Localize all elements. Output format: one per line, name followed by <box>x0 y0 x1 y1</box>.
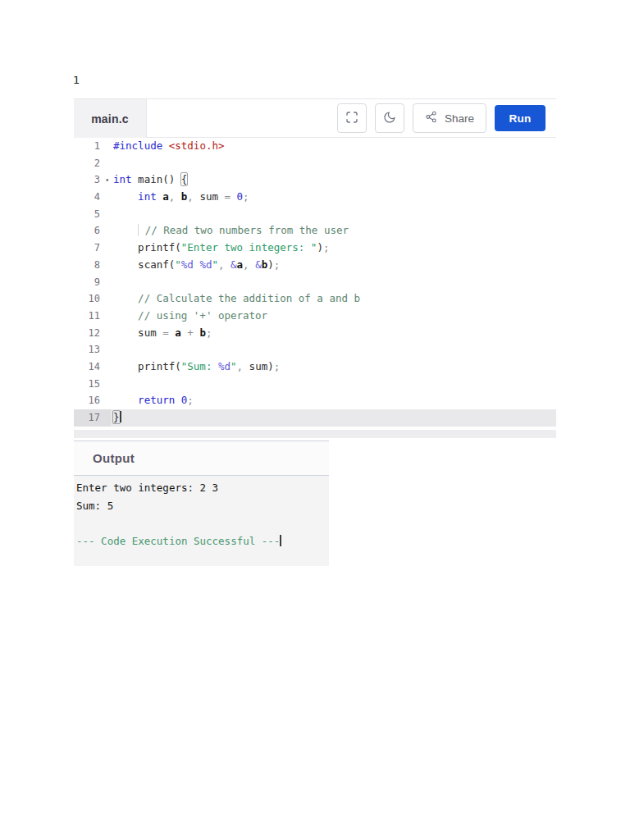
line-number: 15 <box>74 376 111 393</box>
code-line: 11 // using '+' operator <box>74 308 556 325</box>
ide-widget: main.c <box>74 98 556 438</box>
code-line-content: #include <stdio.h> <box>111 138 556 155</box>
code-line: 17} <box>74 409 556 427</box>
code-line-content <box>111 341 556 358</box>
code-line-content: int main() { <box>111 171 556 189</box>
execution-status-line: --- Code Execution Successful --- <box>76 532 326 550</box>
code-line: 14 printf("Sum: %d", sum); <box>74 358 556 376</box>
code-line: 5 <box>74 206 556 223</box>
code-line: 7 printf("Enter two integers: "); <box>74 240 556 257</box>
code-line: 12 sum = a + b; <box>74 325 556 342</box>
code-line: 13 <box>74 341 556 358</box>
output-line: Enter two integers: 2 3 <box>76 479 326 497</box>
console-cursor <box>280 535 281 546</box>
code-line-content: int a, b, sum = 0; <box>111 189 556 206</box>
line-number: 6 <box>74 222 111 240</box>
output-line: Sum: 5 <box>76 497 326 515</box>
line-number: 16 <box>74 392 111 409</box>
line-number: 11 <box>74 308 111 325</box>
code-line-content: printf("Enter two integers: "); <box>111 240 556 257</box>
line-number: 5 <box>74 206 111 223</box>
line-number: 17 <box>74 409 111 427</box>
code-line-content: // Read two numbers from the user <box>111 222 556 240</box>
share-nodes-icon <box>425 111 437 126</box>
output-console[interactable]: Enter two integers: 2 3Sum: 5 --- Code E… <box>74 476 329 566</box>
theme-toggle-button[interactable] <box>375 103 404 133</box>
code-line: 8 scanf("%d %d", &a, &b); <box>74 257 556 274</box>
code-line: 15 <box>74 376 556 393</box>
code-line: 10 // Calculate the addition of a and b <box>74 290 556 308</box>
share-button-label: Share <box>445 112 474 125</box>
ide-toolbar: main.c <box>74 98 556 138</box>
page-number: 1 <box>73 74 80 86</box>
document-page: 1 main.c <box>0 0 630 840</box>
moon-icon <box>383 111 396 126</box>
code-line-content: // Calculate the addition of a and b <box>111 290 556 308</box>
output-line <box>76 514 326 532</box>
code-line-content: sum = a + b; <box>111 325 556 342</box>
code-line-content: return 0; <box>111 392 556 409</box>
code-line-content <box>111 274 556 291</box>
code-line: 1#include <stdio.h> <box>74 138 556 155</box>
tab-main-c[interactable]: main.c <box>74 99 146 138</box>
line-number: 10 <box>74 290 111 308</box>
code-line: 4 int a, b, sum = 0; <box>74 189 556 206</box>
code-line: 6 // Read two numbers from the user <box>74 222 556 240</box>
output-title: Output <box>93 451 135 465</box>
line-number: 9 <box>74 274 111 291</box>
line-number: 7 <box>74 240 111 257</box>
editor-scrollbar-track[interactable] <box>74 430 556 438</box>
line-number: 2 <box>74 155 111 172</box>
fullscreen-button[interactable] <box>337 103 367 133</box>
code-line: 9 <box>74 274 556 291</box>
code-line-content: } <box>111 409 556 427</box>
code-line: 2 <box>74 155 556 172</box>
line-number: 3▾ <box>74 171 111 189</box>
run-button[interactable]: Run <box>495 105 546 131</box>
code-line: 3▾int main() { <box>74 171 556 189</box>
output-panel-header: Output <box>74 441 329 476</box>
line-number: 12 <box>74 325 111 342</box>
output-panel: Output Enter two integers: 2 3Sum: 5 ---… <box>74 441 329 566</box>
code-line-content <box>111 155 556 172</box>
code-line-content <box>111 376 556 393</box>
editor-cursor <box>120 411 121 422</box>
code-editor[interactable]: 1#include <stdio.h>23▾int main() {4 int … <box>74 138 556 427</box>
line-number: 14 <box>74 358 111 376</box>
line-number: 13 <box>74 341 111 358</box>
fold-arrow-icon[interactable]: ▾ <box>105 172 109 189</box>
tab-label: main.c <box>91 112 129 126</box>
code-line-content: printf("Sum: %d", sum); <box>111 358 556 376</box>
line-number: 8 <box>74 257 111 274</box>
share-button[interactable]: Share <box>413 103 486 133</box>
code-lines: 1#include <stdio.h>23▾int main() {4 int … <box>74 138 556 427</box>
toolbar-actions: Share Run <box>146 99 556 138</box>
code-line-content: // using '+' operator <box>111 308 556 325</box>
line-number: 1 <box>74 138 111 155</box>
line-number: 4 <box>74 189 111 206</box>
fullscreen-icon <box>345 111 358 126</box>
code-line: 16 return 0; <box>74 392 556 409</box>
code-line-content: scanf("%d %d", &a, &b); <box>111 257 556 274</box>
code-line-content <box>111 206 556 223</box>
